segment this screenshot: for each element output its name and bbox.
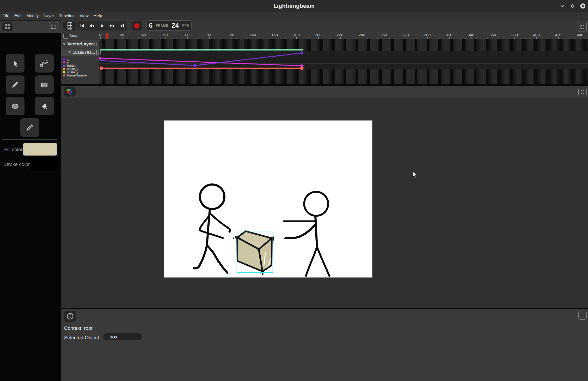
- rectangle-tool[interactable]: [35, 75, 54, 94]
- expand-icon: [580, 90, 585, 94]
- skip-end-button[interactable]: [117, 21, 127, 31]
- play-button[interactable]: [97, 21, 107, 31]
- x-curve-keyframe: [300, 51, 303, 55]
- path-tool[interactable]: [35, 54, 54, 73]
- layer-suffix: [L]: [93, 42, 97, 46]
- property-color-dot: [63, 68, 65, 70]
- snap-checkbox[interactable]: [63, 34, 68, 39]
- menu-file[interactable]: File: [3, 14, 9, 18]
- ellipse-icon: [10, 102, 20, 111]
- fast-forward-button[interactable]: [107, 21, 118, 31]
- ruler-label: 80: [185, 33, 189, 37]
- layer-span-bar: [100, 49, 303, 51]
- context-text: Context: root: [64, 325, 93, 331]
- layer-name: VectorLayer: [68, 41, 93, 47]
- stroke-color-label: Stroke color:: [3, 162, 31, 167]
- animation-curves[interactable]: [99, 39, 588, 84]
- object-name: 151ad70a...: [73, 50, 95, 55]
- film-strip-icon: [67, 22, 73, 30]
- minimize-icon[interactable]: [559, 3, 565, 9]
- info-panel: Context: root Selected Object box: [61, 309, 588, 381]
- stage-panel-header: [61, 86, 588, 98]
- shapes-button[interactable]: [64, 87, 76, 97]
- ruler-label: 420: [555, 33, 561, 37]
- x-curve-keyframe: [193, 64, 197, 67]
- grid-menu-button[interactable]: [2, 22, 13, 31]
- ruler-label: 360: [489, 33, 496, 37]
- property-color-dot: [63, 65, 65, 67]
- menu-edit[interactable]: Edit: [14, 14, 22, 18]
- collapse-triangle-icon[interactable]: [63, 43, 66, 45]
- mouse-cursor: [412, 171, 419, 179]
- info-expand-button[interactable]: [578, 311, 587, 320]
- titlebar: Lightningbeam: [0, 0, 588, 12]
- frameNumber-curve-keyframe: [300, 67, 304, 70]
- frame-label: FRAME: [156, 24, 168, 27]
- ruler-label: 180: [293, 33, 300, 37]
- shapes-icon: [66, 88, 73, 95]
- menu-modify[interactable]: Modify: [26, 14, 39, 18]
- visibility-toggle[interactable]: [96, 50, 97, 55]
- ruler-label: 320: [446, 33, 452, 37]
- skip-end-icon: [120, 24, 124, 28]
- grid-icon: [5, 24, 10, 29]
- pencil-icon: [10, 80, 20, 90]
- fps-value[interactable]: 24: [172, 22, 179, 29]
- stage-expand-button[interactable]: [578, 88, 587, 96]
- tools-panel: Fill color: Stroke color:: [0, 21, 61, 381]
- timeline-controls: 6 FRAME 24 FPS: [61, 20, 588, 32]
- select-tool[interactable]: [6, 54, 24, 73]
- rectangle-icon: [40, 80, 49, 90]
- menu-help[interactable]: Help: [94, 14, 102, 18]
- selected-object-field[interactable]: box: [103, 333, 142, 340]
- play-icon: [100, 24, 104, 28]
- collapse-triangle-icon[interactable]: [68, 51, 71, 53]
- window-title: Lightningbeam: [0, 3, 588, 9]
- tools-expand-button[interactable]: [49, 22, 58, 32]
- property-color-dot: [63, 71, 65, 73]
- object-row[interactable]: 151ad70a... ~: [61, 49, 99, 56]
- ruler-label: 140: [249, 33, 256, 37]
- info-icon: [67, 313, 74, 320]
- rewind-button[interactable]: [87, 21, 97, 31]
- stick-figure-right: [284, 192, 329, 276]
- property-color-dot: [63, 74, 65, 76]
- maximize-icon[interactable]: [570, 3, 575, 9]
- timeline-ruler[interactable]: 0204060801001201401601802002202402602803…: [99, 32, 588, 39]
- timeline-panel: 6 FRAME 24 FPS Snap 02040608010012014016…: [61, 20, 588, 84]
- close-icon[interactable]: [580, 3, 586, 9]
- stroke-color-swatch[interactable]: [30, 158, 57, 171]
- paint-bucket-tool[interactable]: [35, 97, 54, 115]
- menu-layer[interactable]: Layer: [44, 14, 54, 18]
- film-button[interactable]: [63, 21, 76, 31]
- tween-toggle[interactable]: ~: [98, 50, 101, 55]
- menu-view[interactable]: View: [79, 14, 88, 18]
- frame-value[interactable]: 6: [149, 22, 152, 29]
- menu-timeline[interactable]: Timeline: [59, 14, 75, 18]
- eyedropper-tool[interactable]: [20, 118, 39, 137]
- info-button[interactable]: [64, 311, 76, 322]
- ruler-label: 200: [315, 33, 321, 37]
- record-button[interactable]: [132, 21, 142, 31]
- fast-forward-icon: [110, 24, 115, 28]
- paint-bucket-icon: [40, 102, 49, 111]
- property-label: frameNumber: [67, 73, 88, 77]
- ruler-label: 240: [359, 33, 365, 37]
- tools-panel-header: [0, 21, 61, 33]
- ellipse-tool[interactable]: [6, 97, 24, 115]
- stage-canvas[interactable]: [164, 121, 372, 277]
- divider: [2, 139, 57, 140]
- ruler-label: 40: [142, 33, 146, 37]
- ruler-label: 380: [511, 33, 518, 37]
- ruler-label: 260: [381, 33, 387, 37]
- ruler-label: 20: [120, 33, 124, 37]
- timeline-expand-button[interactable]: [578, 22, 587, 32]
- properties-list: xyrotationscale_xscale_yframeNumber: [61, 57, 99, 84]
- layer-row-vectorlayer[interactable]: VectorLayer [L]: [61, 40, 99, 48]
- fill-color-swatch[interactable]: [23, 143, 57, 156]
- snap-label: Snap: [69, 33, 78, 38]
- playhead[interactable]: [105, 32, 110, 39]
- pencil-tool[interactable]: [6, 75, 24, 94]
- property-frameNumber[interactable]: frameNumber: [63, 74, 88, 77]
- skip-start-button[interactable]: [77, 21, 87, 31]
